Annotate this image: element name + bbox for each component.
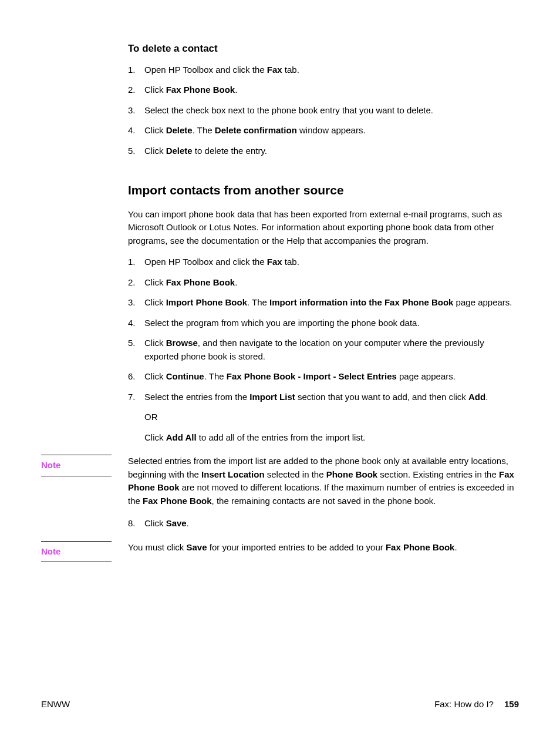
step-text: Click: [144, 277, 166, 287]
step-alt: Click Add All to add all of the entries …: [144, 431, 519, 445]
step-bold: Import information into the Fax Phone Bo…: [269, 297, 453, 307]
step-item: Click Import Phone Book. The Import info…: [128, 296, 519, 310]
note-text: selected in the: [265, 469, 326, 479]
step-text: Click: [144, 85, 166, 95]
step-bold: Fax Phone Book - Import - Select Entries: [227, 371, 397, 381]
note-text: You must click: [128, 542, 187, 552]
step-bold: Import List: [249, 392, 295, 402]
note-block-1: Note Selected entries from the import li…: [41, 455, 519, 508]
note-block-2: Note You must click Save for your import…: [41, 541, 519, 563]
note-body: You must click Save for your imported en…: [128, 541, 519, 555]
step-text: page appears.: [453, 297, 512, 307]
step-text: . The: [247, 297, 269, 307]
step-text: page appears.: [397, 371, 456, 381]
note-bold: Save: [187, 542, 207, 552]
step-text: .: [235, 85, 237, 95]
intro-paragraph: You can import phone book data that has …: [128, 208, 519, 248]
step-bold: Fax: [267, 65, 282, 75]
step-bold: Add All: [166, 432, 197, 442]
section-heading-delete-contact: To delete a contact: [128, 41, 519, 56]
step-text: tab.: [282, 65, 299, 75]
step-item: Open HP Toolbox and click the Fax tab.: [128, 256, 519, 269]
note-text: for your imported entries to be added to…: [207, 542, 386, 552]
step-text: Click: [144, 338, 166, 348]
step-bold: Continue: [166, 371, 204, 381]
note-bold: Fax Phone Book: [386, 542, 455, 552]
step-item: Open HP Toolbox and click the Fax tab.: [128, 63, 519, 77]
step-text: Select the entries from the: [144, 392, 249, 402]
step-item: Select the program from which you are im…: [128, 317, 519, 330]
page-number: 159: [504, 698, 519, 711]
step-text: window appears.: [297, 125, 366, 135]
step-item: Click Fax Phone Book.: [128, 83, 519, 97]
note-text: , the remaining contacts are not saved i…: [212, 496, 436, 506]
step-item: Click Browse, and then navigate to the l…: [128, 337, 519, 363]
page-footer: ENWW Fax: How do I? 159: [41, 698, 519, 711]
step-item: Click Delete to delete the entry.: [128, 145, 519, 158]
step-bold: Import Phone Book: [166, 297, 247, 307]
note-body: Selected entries from the import list ar…: [128, 455, 519, 508]
step-text: Click: [144, 371, 166, 381]
step-item: Select the check box next to the phone b…: [128, 104, 519, 117]
note-bold: Fax Phone Book: [143, 496, 212, 506]
step-bold: Save: [166, 518, 187, 528]
step-text: .: [187, 518, 189, 528]
step-text: .: [235, 277, 237, 287]
step-text: . The: [204, 371, 227, 381]
step-bold: Browse: [166, 338, 198, 348]
import-steps-part2: Click Save.: [128, 517, 519, 530]
step-text: Click: [144, 518, 166, 528]
step-text: . The: [193, 125, 215, 135]
note-text: .: [454, 542, 457, 552]
step-item: Click Fax Phone Book.: [128, 276, 519, 290]
section-heading-import-contacts: Import contacts from another source: [128, 181, 519, 200]
step-text: to delete the entry.: [193, 146, 267, 156]
note-bold: Insert Location: [201, 469, 265, 479]
step-text: Click: [144, 125, 166, 135]
step-text: section that you want to add, and then c…: [295, 392, 468, 402]
footer-section: Fax: How do I?: [434, 698, 494, 711]
step-bold: Fax Phone Book: [166, 85, 235, 95]
footer-left: ENWW: [41, 698, 70, 711]
delete-contact-steps: Open HP Toolbox and click the Fax tab. C…: [128, 63, 519, 158]
note-label: Note: [41, 541, 112, 563]
step-text: Open HP Toolbox and click the: [144, 257, 267, 267]
step-bold: Fax Phone Book: [166, 277, 235, 287]
note-text: section. Existing entries in the: [377, 469, 499, 479]
step-text: Click: [144, 146, 166, 156]
step-bold: Delete: [166, 146, 193, 156]
step-text: tab.: [282, 257, 299, 267]
step-bold: Delete: [166, 125, 193, 135]
step-item: Click Save.: [128, 517, 519, 530]
step-item: Click Continue. The Fax Phone Book - Imp…: [128, 370, 519, 384]
step-bold: Delete confirmation: [215, 125, 297, 135]
note-label: Note: [41, 455, 112, 476]
step-text: .: [485, 392, 488, 402]
step-item: Click Delete. The Delete confirmation wi…: [128, 124, 519, 137]
step-text: Select the program from which you are im…: [144, 318, 420, 328]
step-or: OR: [144, 411, 519, 424]
import-steps-part1: Open HP Toolbox and click the Fax tab. C…: [128, 256, 519, 444]
step-text: Open HP Toolbox and click the: [144, 65, 267, 75]
note-bold: Phone Book: [326, 469, 378, 479]
step-text: Click: [144, 432, 166, 442]
step-bold: Fax: [267, 257, 282, 267]
step-bold: Add: [468, 392, 485, 402]
step-text: Click: [144, 297, 166, 307]
step-item: Select the entries from the Import List …: [128, 391, 519, 445]
step-text: Select the check box next to the phone b…: [144, 105, 433, 115]
step-text: to add all of the entries from the impor…: [197, 432, 366, 442]
